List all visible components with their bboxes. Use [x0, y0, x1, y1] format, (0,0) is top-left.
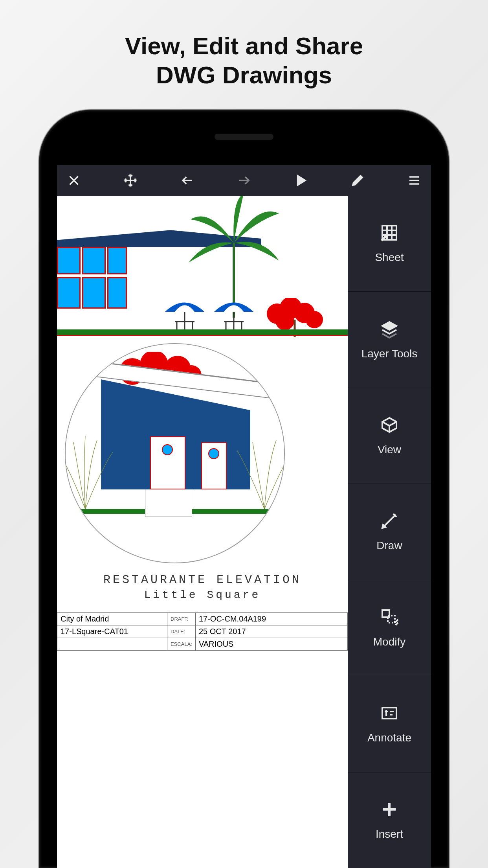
- info-table: City of Madrid DRAFT: 17-OC-CM.04A199 17…: [57, 612, 348, 651]
- svg-rect-12: [382, 708, 396, 719]
- escala-label: ESCALA:: [167, 638, 196, 651]
- sidebar-label: Layer Tools: [361, 348, 418, 360]
- sidebar-label: Modify: [373, 636, 405, 648]
- shrub-left: [65, 434, 117, 509]
- ground-line: [57, 329, 348, 335]
- app-screen: RESTAURANTE ELEVATION Little Square City…: [57, 165, 431, 868]
- sidebar-item-layer-tools[interactable]: Layer Tools: [348, 291, 431, 387]
- sidebar-label: View: [378, 443, 401, 456]
- draft-value: 17-OC-CM.04A199: [195, 613, 347, 625]
- sidebar-item-annotate[interactable]: Annotate: [348, 676, 431, 772]
- close-icon[interactable]: [65, 171, 83, 189]
- annotate-icon: [380, 704, 399, 725]
- sidebar-item-view[interactable]: View: [348, 388, 431, 484]
- date-value: 25 OCT 2017: [195, 625, 347, 638]
- client-cell: City of Madrid: [57, 613, 167, 625]
- phone-frame: RESTAURANTE ELEVATION Little Square City…: [39, 110, 449, 868]
- svg-point-4: [275, 311, 294, 330]
- sidebar-label: Annotate: [367, 732, 411, 744]
- porthole-2: [208, 448, 219, 459]
- modify-icon: [380, 608, 399, 629]
- redo-icon[interactable]: [235, 171, 253, 189]
- drawing-canvas[interactable]: RESTAURANTE ELEVATION Little Square City…: [57, 196, 348, 868]
- layers-icon: [380, 320, 399, 341]
- svg-point-3: [306, 311, 323, 328]
- escala-value: VARIOUS: [195, 638, 347, 651]
- sidebar-item-sheet[interactable]: Sheet: [348, 196, 431, 291]
- edit-pencil-icon[interactable]: [349, 171, 367, 189]
- file-cell: 17-LSquare-CAT01: [57, 625, 167, 638]
- drawing-title-block: RESTAURANTE ELEVATION Little Square: [57, 573, 348, 601]
- sidebar-label: Insert: [376, 828, 403, 840]
- detail-circle: [65, 343, 285, 563]
- pencil-line-icon: [380, 511, 399, 533]
- sidebar-label: Draw: [376, 539, 402, 552]
- shrub-right: [233, 434, 285, 509]
- play-icon[interactable]: [292, 171, 310, 189]
- marketing-headline: View, Edit and Share DWG Drawings: [0, 31, 488, 90]
- cube-icon: [380, 416, 399, 437]
- building-facade: [57, 241, 159, 335]
- menu-icon[interactable]: [405, 171, 423, 189]
- sidebar-item-insert[interactable]: Insert: [348, 772, 431, 868]
- move-icon[interactable]: [121, 171, 139, 189]
- sidebar-label: Sheet: [375, 251, 404, 264]
- date-label: DATE:: [167, 625, 196, 638]
- drawing-title: RESTAURANTE ELEVATION: [57, 573, 348, 587]
- sidebar-item-draw[interactable]: Draw: [348, 484, 431, 579]
- table-row: ESCALA: VARIOUS: [57, 638, 348, 651]
- porthole-1: [162, 444, 173, 455]
- undo-icon[interactable]: [178, 171, 196, 189]
- headline-line2: DWG Drawings: [0, 61, 488, 90]
- plus-icon: [380, 800, 399, 822]
- elevation-upper: [57, 196, 348, 345]
- draft-label: DRAFT:: [167, 613, 196, 625]
- sidebar-item-modify[interactable]: Modify: [348, 580, 431, 676]
- tool-sidebar: Sheet Layer Tools View Draw Modify: [348, 196, 431, 868]
- grid-sheet-icon: [380, 223, 399, 245]
- headline-line1: View, Edit and Share: [0, 31, 488, 61]
- table-row: City of Madrid DRAFT: 17-OC-CM.04A199: [57, 613, 348, 625]
- table-row: 17-LSquare-CAT01 DATE: 25 OCT 2017: [57, 625, 348, 638]
- main-area: RESTAURANTE ELEVATION Little Square City…: [57, 196, 431, 868]
- drawing-subtitle: Little Square: [57, 589, 348, 601]
- top-toolbar: [57, 165, 431, 196]
